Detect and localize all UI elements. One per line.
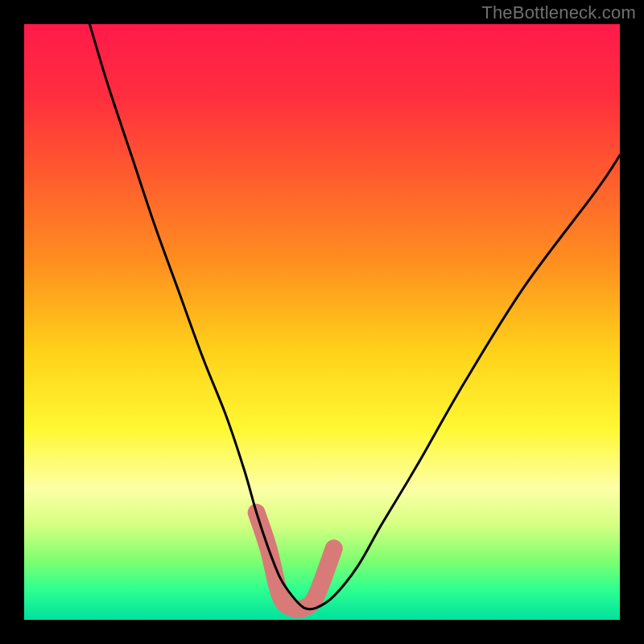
plot-background [24, 24, 620, 620]
bottleneck-chart [0, 0, 644, 644]
chart-frame: TheBottleneck.com [0, 0, 644, 644]
